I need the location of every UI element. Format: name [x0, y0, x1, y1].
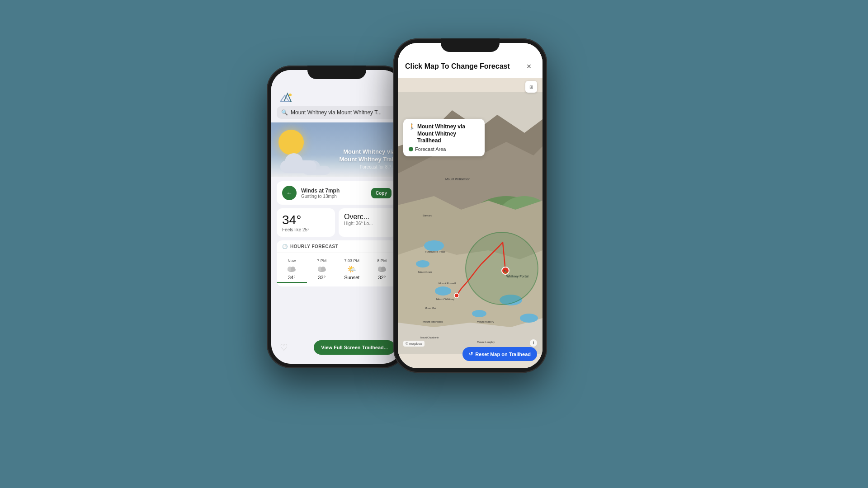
svg-text:Mount Hale: Mount Hale — [418, 271, 432, 273]
svg-text:Mount Mallory: Mount Mallory — [477, 320, 494, 323]
svg-point-11 — [381, 267, 386, 271]
hourly-temp-8pm: 32° — [378, 275, 386, 280]
forecast-dot — [409, 147, 413, 151]
wind-arrow-icon: ← — [282, 186, 297, 200]
svg-point-2 — [289, 94, 292, 96]
hourly-grid: Now 34° 7 PM — [277, 253, 397, 286]
svg-point-21 — [416, 260, 429, 267]
svg-text:Mount Whitney: Mount Whitney — [436, 298, 454, 300]
forecast-badge-text: Forecast Area — [415, 146, 446, 152]
layer-button[interactable]: ⊞ — [525, 81, 537, 93]
reset-map-button[interactable]: ↺ Reset Map on Trailhead — [462, 347, 537, 361]
phone-map: Click Map To Change Forecast × — [393, 38, 547, 373]
svg-text:Tunnabora Peak: Tunnabora Peak — [425, 250, 445, 253]
map-popup: 🚶 Mount Whitney via Mount Whitney Trailh… — [403, 119, 485, 156]
close-button[interactable]: × — [523, 60, 535, 73]
notch — [307, 66, 366, 79]
bottom-bar: ♡ View Full Screen Trailhead... — [271, 336, 402, 364]
svg-text:Mount Hitchcock: Mount Hitchcock — [423, 320, 443, 323]
svg-text:Mount Muir: Mount Muir — [425, 307, 436, 310]
phone-weather: 🔍 Mount Whitney via Mount Whitney T... M… — [267, 66, 407, 368]
view-trailhead-button[interactable]: View Full Screen Trailhead... — [314, 340, 395, 355]
weather-app: 🔍 Mount Whitney via Mount Whitney T... M… — [271, 70, 402, 364]
app-icon-area — [277, 88, 397, 106]
map-popup-title: 🚶 Mount Whitney via Mount Whitney Trailh… — [409, 123, 479, 145]
wind-card: ← Winds at 7mph Gusting to 13mph Copy — [277, 181, 397, 205]
reset-icon: ↺ — [469, 351, 473, 357]
map-title: Click Map To Change Forecast — [405, 62, 510, 70]
svg-text:Barnard: Barnard — [423, 214, 432, 217]
svg-point-25 — [472, 310, 486, 317]
svg-text:🥾: 🥾 — [504, 269, 508, 273]
hourly-time-sunset: 7:03 PM — [344, 258, 359, 263]
hourly-item-7pm: 7 PM 33° — [307, 257, 337, 283]
clouds-decoration — [271, 159, 402, 177]
hourly-item-8pm: 8 PM 32° — [367, 257, 397, 283]
wind-primary: Winds at 7mph — [301, 188, 367, 194]
feels-like: Feels like 25° — [282, 227, 330, 232]
temperature-value: 34° — [282, 213, 330, 227]
hourly-time-8pm: 8 PM — [377, 258, 387, 263]
condition-text: Overc... — [344, 213, 392, 221]
hourly-temp-sunset: Sunset — [344, 275, 359, 280]
wind-info: Winds at 7mph Gusting to 13mph — [301, 188, 367, 199]
hourly-item-now: Now 34° — [277, 257, 307, 283]
svg-text:Mount Russell: Mount Russell — [439, 282, 456, 285]
copy-button[interactable]: Copy — [371, 188, 392, 198]
hourly-card: 🕐 HOURLY FORECAST Now 34° — [277, 240, 397, 286]
hiker-popup-icon: 🚶 — [409, 123, 415, 131]
reset-label: Reset Map on Trailhead — [475, 352, 531, 357]
svg-point-22 — [435, 286, 451, 296]
hourly-icon-now — [286, 265, 297, 273]
map-notch — [441, 38, 500, 52]
map-area[interactable]: Mount Williamson Barnard Tunnabora Peak … — [398, 78, 542, 368]
temperature-card: 34° Feels like 25° — [277, 208, 335, 237]
hourly-header-text: HOURLY FORECAST — [290, 244, 338, 249]
condition-card: Overc... High: 36° Lo... — [339, 208, 397, 237]
hourly-icon-8pm — [377, 265, 387, 273]
sun-icon — [278, 130, 304, 155]
app-logo — [280, 90, 295, 104]
hourly-temp-now: 34° — [288, 275, 296, 280]
svg-point-8 — [321, 267, 326, 271]
svg-point-39 — [454, 293, 459, 298]
weather-body: ← Winds at 7mph Gusting to 13mph Copy 34… — [271, 177, 402, 336]
map-screen: Click Map To Change Forecast × — [398, 43, 542, 368]
wind-secondary: Gusting to 13mph — [301, 194, 367, 199]
hourly-item-sunset: 7:03 PM 🌤️ Sunset — [337, 257, 367, 283]
favorite-icon[interactable]: ♡ — [278, 342, 289, 353]
condition-range: High: 36° Lo... — [344, 221, 392, 226]
search-text: Mount Whitney via Mount Whitney T... — [291, 109, 382, 116]
hourly-time-now: Now — [288, 258, 296, 263]
weather-screen: 🔍 Mount Whitney via Mount Whitney T... M… — [271, 70, 402, 364]
svg-text:Mount Williamson: Mount Williamson — [445, 178, 470, 181]
search-bar[interactable]: 🔍 Mount Whitney via Mount Whitney T... — [277, 106, 397, 119]
svg-point-20 — [424, 240, 444, 251]
search-icon: 🔍 — [281, 109, 288, 116]
svg-point-5 — [291, 267, 295, 271]
svg-text:Mount Chamberlin: Mount Chamberlin — [420, 336, 439, 339]
svg-point-24 — [520, 314, 538, 323]
map-bottom: ↺ Reset Map on Trailhead — [398, 343, 542, 368]
hourly-time-7pm: 7 PM — [317, 258, 326, 263]
temp-row: 34° Feels like 25° Overc... High: 36° Lo… — [277, 208, 397, 237]
hourly-icon-sunset: 🌤️ — [346, 265, 357, 273]
map-popup-badge: Forecast Area — [409, 146, 479, 152]
hourly-header: 🕐 HOURLY FORECAST — [277, 240, 397, 253]
hourly-icon-7pm — [316, 265, 327, 273]
map-app: Click Map To Change Forecast × — [398, 43, 542, 368]
hourly-temp-7pm: 33° — [318, 275, 326, 280]
weather-hero: Mount Whitney via Mount Whitney Trail Fo… — [271, 122, 402, 177]
cloud2 — [303, 166, 330, 175]
